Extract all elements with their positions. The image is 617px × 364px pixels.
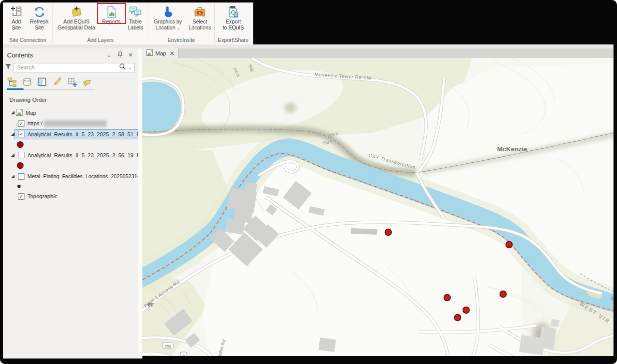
chevron-down-icon: ⌄ (177, 26, 180, 30)
tree-item-basemap-service[interactable]: ✓ https:/ (3, 118, 138, 129)
expander-icon[interactable] (10, 174, 15, 179)
add-site-button[interactable]: Add Site (5, 4, 28, 30)
panel-menu-chevron-icon[interactable]: ⌄ (107, 52, 111, 58)
tree-item-map[interactable]: Map (3, 107, 138, 118)
geospatial-data-icon (70, 5, 83, 19)
pin-icon[interactable] (117, 51, 123, 59)
search-icon[interactable] (119, 63, 126, 72)
tree-item-metal-plating-facilities[interactable]: Metal_Plating_Facilities_Locations_20250… (3, 171, 138, 182)
contents-panel: Contents ⌄ ✕ ⌄ Drawing Order (3, 48, 138, 359)
grid-add-icon[interactable] (67, 77, 77, 88)
edit-pencil-icon[interactable] (52, 77, 62, 88)
town-label-partial: er (147, 301, 153, 308)
label-tag-icon[interactable] (82, 77, 93, 88)
select-locations-button[interactable]: 8 Select Locations (186, 4, 213, 30)
list-by-selection-icon[interactable] (37, 77, 47, 88)
hillshade-knob (284, 103, 296, 113)
small-brown-dot-symbol (16, 184, 21, 189)
location-dot[interactable] (463, 307, 470, 314)
ribbon-group-enviroinsite: Graphics by Location ⌄ 8 Select Location… (148, 2, 214, 44)
redacted-text (44, 120, 107, 127)
ribbon: Add Site Refresh Site Site Connection (3, 2, 253, 44)
refresh-site-button[interactable]: Refresh Site (28, 4, 51, 30)
map-thumbnail-icon (16, 109, 23, 117)
map-canvas[interactable]: McKenzie Tower Rd SW SW 700 ft 800 ft 70… (142, 58, 614, 356)
red-circle-symbol (16, 141, 24, 148)
close-panel-icon[interactable]: ✕ (128, 52, 133, 58)
add-equis-geospatial-data-button[interactable]: Add EQuIS Geospatial Data (54, 4, 99, 30)
layer-tree: Map ✓ https:/ ✓ Analytical_Results_II_5_… (3, 107, 138, 202)
close-tab-icon[interactable]: ✕ (169, 50, 174, 57)
location-dot[interactable] (500, 291, 507, 298)
ribbon-group-site-connection: Add Site Refresh Site Site Connection (3, 2, 52, 44)
toolbar-underline (7, 88, 134, 90)
list-by-drawing-order-icon[interactable] (7, 77, 17, 88)
refresh-icon (33, 5, 46, 19)
route-shield-956: 956 (165, 344, 171, 349)
map-tab-icon (146, 49, 153, 57)
ribbon-group-add-layers: Add EQuIS Geospatial Data Reports Table (53, 2, 148, 44)
add-site-icon (10, 5, 23, 19)
location-dot[interactable] (385, 229, 392, 236)
expander-icon[interactable] (10, 110, 15, 115)
tree-item-topographic[interactable]: ✓ Topographic (3, 191, 138, 202)
app-window: Add Site Refresh Site Site Connection (0, 0, 617, 364)
reports-button[interactable]: Reports (99, 4, 124, 25)
tree-item-analytical-results-2[interactable]: Analytical_Results_II_5_23_2025_2_56_19_… (3, 150, 138, 160)
layer-checkbox[interactable]: ✓ (18, 120, 24, 127)
route-shield-9: 9 (182, 354, 184, 357)
group-label-add-layers: Add Layers (53, 36, 148, 44)
ribbon-bottom-strip (3, 44, 614, 48)
layer-symbol-row (3, 182, 138, 191)
ribbon-group-export-share: Export to EQuIS Export\Share (215, 2, 252, 44)
select-locations-icon: 8 (193, 5, 206, 19)
filter-icon[interactable] (4, 62, 12, 72)
layer-checkbox[interactable]: ✓ (18, 193, 24, 200)
tree-item-analytical-results-1[interactable]: ✓ Analytical_Results_II_5_23_2025_2_58_5… (3, 129, 138, 139)
add-site-label: Add (11, 19, 21, 25)
expander-icon[interactable] (10, 153, 15, 157)
drawing-order-heading: Drawing Order (3, 90, 138, 103)
layer-symbol-row (3, 160, 138, 171)
layer-checkbox[interactable] (18, 152, 24, 158)
map-tab-label: Map (155, 50, 166, 56)
list-by-data-source-icon[interactable] (22, 77, 32, 88)
group-label-enviroinsite: EnviroInsite (148, 36, 214, 44)
red-circle-symbol (16, 162, 24, 169)
panel-resize-gutter[interactable] (138, 48, 142, 359)
reports-icon (105, 5, 118, 19)
selected-layer-row[interactable]: ✓ Analytical_Results_II_5_23_2025_2_58_5… (15, 130, 138, 139)
pointer-hand-icon (161, 5, 174, 19)
search-input[interactable] (16, 64, 119, 71)
location-dot[interactable] (455, 315, 461, 321)
contents-panel-title: Contents (7, 51, 107, 59)
search-options-chevron-icon[interactable]: ⌄ (128, 65, 132, 70)
table-labels-icon (129, 5, 142, 19)
graphics-by-location-button[interactable]: Graphics by Location ⌄ (149, 4, 186, 31)
export-to-equis-icon (227, 5, 240, 19)
layer-symbol-row (3, 139, 138, 150)
expander-icon[interactable] (10, 132, 15, 136)
search-box: ⌄ (13, 63, 135, 72)
table-labels-button[interactable]: Table Labels (124, 4, 147, 30)
group-label-site-connection: Site Connection (3, 36, 52, 44)
town-label: McKenzie (497, 145, 527, 153)
map-view: Map ✕ (142, 48, 614, 356)
view-tab-bar: Map ✕ (142, 48, 614, 58)
location-dot[interactable] (444, 295, 451, 301)
export-to-equis-button[interactable]: Export to EQuIS (216, 4, 250, 30)
location-dot[interactable] (506, 242, 513, 248)
layer-checkbox[interactable] (18, 173, 24, 180)
layer-checkbox[interactable]: ✓ (18, 131, 24, 137)
map-tab[interactable]: Map ✕ (142, 48, 179, 58)
group-label-export-share: Export\Share (215, 36, 252, 44)
